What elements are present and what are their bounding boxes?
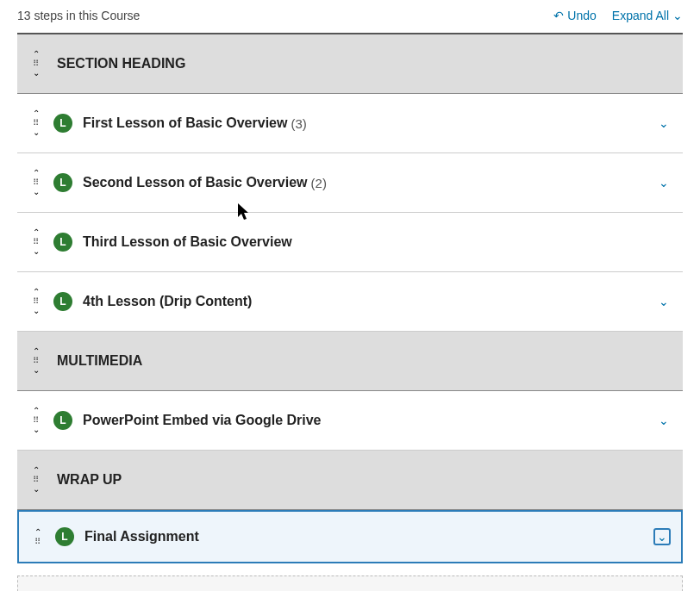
drag-handle-icon[interactable]: ⠿ (33, 357, 40, 365)
expand-all-button[interactable]: Expand All ⌄ (612, 9, 683, 22)
lesson-title: 4th Lesson (Drip Content) (83, 294, 252, 309)
lesson-title: PowerPoint Embed via Google Drive (83, 413, 322, 428)
move-down-icon[interactable]: ⌄ (33, 247, 40, 256)
move-up-icon[interactable]: ⌃ (33, 288, 40, 296)
move-up-icon[interactable]: ⌃ (33, 466, 40, 475)
undo-button[interactable]: ↶ Undo (553, 9, 596, 22)
move-up-icon[interactable]: ⌃ (33, 407, 40, 415)
lesson-badge: L (53, 114, 72, 133)
lesson-badge: L (53, 292, 72, 311)
reorder-controls: ⌃ ⠿ (29, 528, 47, 546)
expand-toggle-icon[interactable]: ⌄ (659, 176, 672, 190)
undo-label: Undo (567, 9, 596, 22)
reorder-controls: ⌃ ⠿ ⌄ (28, 169, 45, 196)
expand-toggle-icon[interactable]: ⌄ (653, 528, 671, 545)
move-down-icon[interactable]: ⌄ (33, 188, 40, 196)
reorder-controls: ⌃ ⠿ ⌄ (28, 347, 45, 375)
move-up-icon[interactable]: ⌃ (33, 228, 40, 237)
dropzone[interactable]: Drop Lessons here (17, 575, 683, 591)
lesson-count: (3) (291, 116, 306, 131)
expand-toggle-icon[interactable]: ⌄ (659, 116, 672, 130)
section-header[interactable]: ⌃ ⠿ ⌄ MULTIMEDIA (17, 332, 683, 391)
reorder-controls: ⌃ ⠿ ⌄ (28, 407, 45, 434)
lesson-badge: L (53, 411, 72, 430)
move-down-icon[interactable]: ⌄ (33, 485, 40, 494)
lesson-row[interactable]: ⌃ ⠿ L Final Assignment ⌄ (17, 510, 683, 563)
reorder-controls: ⌃ ⠿ ⌄ (28, 50, 45, 78)
section-title: SECTION HEADING (57, 56, 185, 72)
move-up-icon[interactable]: ⌃ (33, 109, 40, 118)
drag-handle-icon[interactable]: ⠿ (33, 238, 40, 246)
reorder-controls: ⌃ ⠿ ⌄ (28, 288, 45, 315)
section-header[interactable]: ⌃ ⠿ ⌄ WRAP UP (17, 451, 683, 510)
lesson-badge: L (53, 173, 72, 192)
header-actions: ↶ Undo Expand All ⌄ (553, 9, 683, 22)
lesson-row[interactable]: ⌃ ⠿ ⌄ L First Lesson of Basic Overview (… (17, 94, 683, 153)
drag-handle-icon[interactable]: ⠿ (33, 59, 40, 68)
move-up-icon[interactable]: ⌃ (33, 347, 40, 356)
expand-toggle-icon[interactable]: ⌄ (659, 414, 672, 427)
section-title: MULTIMEDIA (57, 353, 142, 369)
move-down-icon[interactable]: ⌄ (33, 366, 40, 375)
drag-handle-icon[interactable]: ⠿ (33, 178, 40, 187)
reorder-controls: ⌃ ⠿ ⌄ (28, 466, 45, 494)
chevron-down-icon: ⌄ (672, 9, 683, 22)
expand-toggle-icon[interactable]: ⌄ (659, 295, 672, 308)
lesson-badge: L (53, 233, 72, 252)
lesson-title: Second Lesson of Basic Overview (83, 175, 308, 190)
steps-count: 13 steps in this Course (17, 9, 140, 22)
move-down-icon[interactable]: ⌄ (33, 69, 40, 78)
drag-handle-icon[interactable]: ⠿ (33, 119, 40, 128)
move-down-icon[interactable]: ⌄ (33, 128, 40, 137)
move-down-icon[interactable]: ⌄ (33, 307, 40, 315)
lesson-title: Final Assignment (84, 529, 199, 544)
move-up-icon[interactable]: ⌃ (33, 169, 40, 177)
expand-all-label: Expand All (612, 9, 669, 22)
lesson-row[interactable]: ⌃ ⠿ ⌄ L Second Lesson of Basic Overview … (17, 153, 683, 213)
lesson-row[interactable]: ⌃ ⠿ ⌄ L 4th Lesson (Drip Content) ⌄ (17, 272, 683, 332)
lesson-row[interactable]: ⌃ ⠿ ⌄ L Third Lesson of Basic Overview (17, 213, 683, 272)
drag-handle-icon[interactable]: ⠿ (33, 476, 40, 484)
move-up-icon[interactable]: ⌃ (34, 528, 41, 537)
move-down-icon[interactable]: ⌄ (33, 426, 40, 434)
drag-handle-icon[interactable]: ⠿ (34, 538, 41, 546)
undo-icon: ↶ (553, 9, 564, 22)
lesson-count: (2) (311, 176, 327, 190)
lesson-badge: L (55, 527, 74, 546)
lesson-title: Third Lesson of Basic Overview (83, 234, 292, 250)
lesson-title: First Lesson of Basic Overview (83, 115, 287, 131)
builder-header: 13 steps in this Course ↶ Undo Expand Al… (17, 0, 683, 33)
drag-handle-icon[interactable]: ⠿ (33, 297, 40, 306)
move-up-icon[interactable]: ⌃ (33, 50, 40, 59)
reorder-controls: ⌃ ⠿ ⌄ (28, 109, 45, 137)
section-title: WRAP UP (57, 472, 122, 488)
reorder-controls: ⌃ ⠿ ⌄ (28, 228, 45, 256)
lesson-row[interactable]: ⌃ ⠿ ⌄ L PowerPoint Embed via Google Driv… (17, 391, 683, 451)
drag-handle-icon[interactable]: ⠿ (33, 416, 40, 425)
section-header[interactable]: ⌃ ⠿ ⌄ SECTION HEADING (17, 34, 683, 94)
course-rows: ⌃ ⠿ ⌄ SECTION HEADING ⌃ ⠿ ⌄ L First Less… (17, 34, 683, 563)
